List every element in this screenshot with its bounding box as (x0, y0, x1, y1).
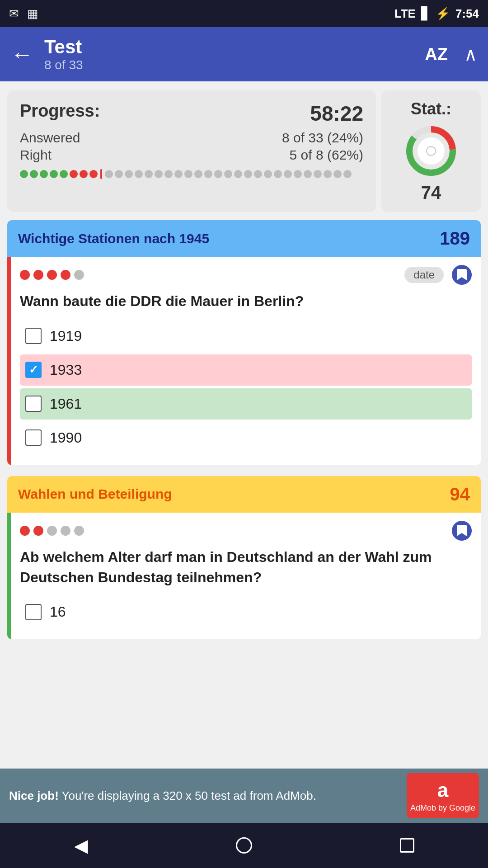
svg-point-4 (427, 146, 436, 156)
toolbar-title: Test (44, 36, 425, 58)
progress-marker (100, 169, 102, 179)
bookmark-icon-svg-2 (457, 525, 467, 537)
dot-gray (125, 170, 133, 178)
stat-value: 74 (421, 183, 441, 203)
answer-option-1919[interactable]: 1919 (20, 321, 472, 352)
diff-dot-q2-3 (47, 526, 57, 536)
admob-logo-icon: a (437, 779, 448, 802)
back-nav-button[interactable]: ◀ (74, 835, 88, 856)
main-content: Progress: 58:22 Answered 8 of 33 (24%) R… (0, 81, 488, 769)
dot-gray (105, 170, 113, 178)
dot-gray (214, 170, 222, 178)
checkbox-1990[interactable] (25, 429, 42, 446)
diff-dot-2 (33, 270, 43, 280)
ad-text-body: You're displaying a 320 x 50 test ad fro… (59, 789, 316, 802)
dot-gray (224, 170, 232, 178)
dot-gray (115, 170, 123, 178)
dot-green (40, 170, 48, 178)
diff-dot-1 (20, 270, 30, 280)
checkbox-1919[interactable] (25, 328, 42, 344)
dot-green (20, 170, 28, 178)
ad-logo[interactable]: a AdMob by Google (407, 773, 479, 818)
status-bar-right: LTE ▋ ⚡ 7:54 (394, 7, 479, 21)
recents-nav-button[interactable] (400, 838, 414, 853)
checkbox-1933[interactable] (25, 362, 42, 378)
time-display: 7:54 (455, 7, 479, 21)
dot-gray (324, 170, 332, 178)
answer-option-1961[interactable]: 1961 (20, 388, 472, 420)
question-card-2: Ab welchem Alter darf man in Deutschland… (7, 513, 481, 640)
progress-label: Progress: (20, 101, 100, 121)
sort-az-button[interactable]: AZ (425, 45, 448, 64)
signal-bars: ▋ (421, 7, 430, 21)
dot-gray (304, 170, 312, 178)
dot-green (50, 170, 58, 178)
donut-svg (404, 124, 458, 178)
diff-dot-q2-1 (20, 526, 30, 536)
question-text-1: Wann baute die DDR die Mauer in Berlin? (20, 291, 472, 311)
dot-gray (135, 170, 143, 178)
dot-gray (274, 170, 282, 178)
difficulty-dots-1 (20, 270, 84, 280)
checkbox-16[interactable] (25, 604, 42, 620)
category-header-1: Wichtige Stationen nach 1945 189 (7, 220, 481, 257)
option-label-1919: 1919 (50, 328, 82, 344)
category-title-1: Wichtige Stationen nach 1945 (18, 231, 209, 246)
dot-gray (194, 170, 202, 178)
answered-label: Answered (20, 130, 80, 146)
dot-gray (264, 170, 272, 178)
category-number-1: 189 (440, 228, 470, 249)
category-number-2: 94 (450, 484, 470, 505)
dot-gray (164, 170, 173, 178)
question-card-1: date Wann baute die DDR die Mauer in Ber… (7, 257, 481, 465)
dot-red (89, 170, 98, 178)
category-title-2: Wahlen und Beteiligung (18, 486, 172, 502)
sim-icon: ▦ (27, 7, 38, 21)
battery-icon: ⚡ (436, 7, 450, 21)
dot-gray (244, 170, 252, 178)
checkbox-1961[interactable] (25, 396, 42, 412)
ad-text-bold: Nice job! (9, 789, 59, 802)
collapse-button[interactable]: ∧ (464, 44, 477, 65)
progress-dots (20, 169, 363, 179)
diff-dot-3 (47, 270, 57, 280)
mail-icon: ✉ (9, 7, 19, 21)
bookmark-button[interactable] (452, 265, 472, 285)
toolbar-subtitle: 8 of 33 (44, 58, 425, 72)
difficulty-dots-2 (20, 526, 84, 536)
admob-logo-text: AdMob by Google (410, 803, 475, 813)
answered-value: 8 of 33 (24%) (282, 130, 363, 146)
bookmark-icon-svg (457, 269, 467, 281)
right-label: Right (20, 147, 52, 163)
progress-stat-row: Progress: 58:22 Answered 8 of 33 (24%) R… (7, 90, 481, 212)
ad-banner: Nice job! You're displaying a 320 x 50 t… (0, 769, 488, 823)
dot-gray (145, 170, 153, 178)
diff-dot-q2-5 (74, 526, 84, 536)
bookmark-button-2[interactable] (452, 521, 472, 541)
right-row: Right 5 of 8 (62%) (20, 147, 363, 163)
ad-text-area: Nice job! You're displaying a 320 x 50 t… (9, 787, 398, 805)
answer-option-1990[interactable]: 1990 (20, 422, 472, 453)
progress-header: Progress: 58:22 (20, 101, 363, 126)
option-label-1933: 1933 (50, 362, 82, 378)
category-header-2: Wahlen und Beteiligung 94 (7, 476, 481, 513)
dot-red (70, 170, 78, 178)
question-meta-2 (20, 521, 472, 541)
option-label-16: 16 (50, 604, 66, 620)
lte-icon: LTE (394, 7, 416, 21)
right-value: 5 of 8 (62%) (290, 147, 363, 163)
answer-option-1933[interactable]: 1933 (20, 354, 472, 386)
donut-chart (404, 124, 458, 178)
back-button[interactable]: ← (11, 41, 33, 67)
dot-gray (184, 170, 192, 178)
dot-green (60, 170, 68, 178)
home-nav-button[interactable] (236, 837, 252, 854)
dot-gray (294, 170, 302, 178)
dot-red (80, 170, 88, 178)
toolbar-title-group: Test 8 of 33 (44, 36, 425, 72)
diff-dot-4 (61, 270, 70, 280)
question-meta-1: date (20, 265, 472, 285)
progress-rows: Answered 8 of 33 (24%) Right 5 of 8 (62%… (20, 130, 363, 163)
answer-option-16[interactable]: 16 (20, 596, 472, 627)
dot-green (30, 170, 38, 178)
